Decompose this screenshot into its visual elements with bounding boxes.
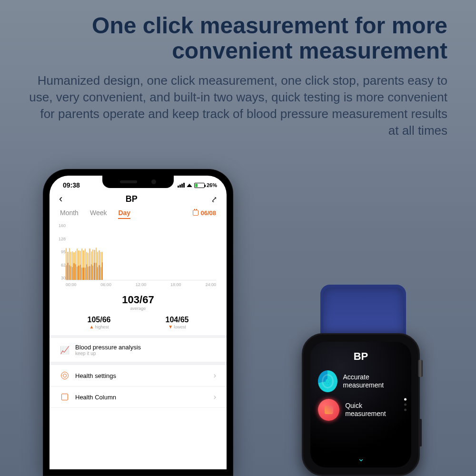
phone-notch (102, 176, 174, 188)
quick-label: Quick measurement (345, 402, 404, 418)
status-time: 09:38 (63, 181, 80, 189)
health-settings-row[interactable]: Health settings › (50, 365, 227, 387)
health-column-row[interactable]: Health Column › (50, 387, 227, 408)
calendar-icon (193, 210, 198, 216)
arrow-down-icon: ▼ (168, 324, 173, 329)
analysis-title: Blood pressure analysis (75, 344, 216, 351)
quick-measurement-row[interactable]: Quick measurement (318, 399, 404, 421)
bp-chart: 160128956230 00:0006:0012:0018:0024:00 (50, 219, 227, 289)
marketing-body: Humanized design, one click measurement,… (29, 72, 447, 139)
date-picker[interactable]: 06/08 (193, 209, 216, 217)
settings-label: Health settings (75, 372, 208, 379)
bp-analysis-card[interactable]: 📈 Blood pressure analysis keep it up (50, 338, 227, 362)
phone-mockup: 09:38 26% ‹ BP ⤤ Month Week Day 0 (43, 169, 233, 476)
accurate-label: Accurate measurement (343, 373, 404, 389)
watch-side-button[interactable] (419, 419, 422, 446)
battery-pct: 26% (207, 182, 217, 188)
highest-label: highest (95, 325, 109, 329)
gear-icon (60, 371, 69, 380)
chevron-right-icon: › (214, 371, 216, 380)
app-title: BP (57, 194, 206, 204)
signal-icon (178, 183, 185, 188)
column-label: Health Column (75, 394, 208, 401)
share-icon[interactable]: ⤤ (211, 195, 217, 204)
tab-week[interactable]: Week (90, 209, 107, 217)
tab-month[interactable]: Month (60, 209, 79, 217)
accurate-icon (318, 370, 337, 392)
quick-icon (318, 399, 339, 421)
lowest-label: lowest (174, 325, 186, 329)
chevron-down-icon[interactable]: ⌄ (357, 453, 365, 464)
battery-icon (194, 183, 205, 188)
watch-mockup: BP Accurate measurement Quick measuremen… (307, 285, 420, 476)
column-icon (60, 392, 69, 402)
watch-strap (320, 285, 406, 337)
date-value: 06/08 (200, 209, 216, 217)
analysis-icon: 📈 (60, 345, 69, 355)
wifi-icon (187, 183, 192, 187)
watch-crown[interactable] (418, 360, 423, 377)
chevron-right-icon: › (214, 393, 216, 401)
marketing-headline: One click measurement for more convenien… (29, 13, 447, 64)
tab-day[interactable]: Day (118, 209, 130, 217)
watch-title: BP (318, 350, 404, 363)
avg-label: average (60, 306, 216, 311)
avg-value: 103/67 (60, 294, 216, 306)
lowest-value: 104/65 (166, 316, 189, 324)
highest-value: 105/66 (88, 316, 111, 324)
arrow-up-icon: ▲ (89, 324, 94, 329)
analysis-sub: keep it up (75, 351, 216, 356)
page-dots (404, 398, 407, 411)
accurate-measurement-row[interactable]: Accurate measurement (318, 370, 404, 392)
